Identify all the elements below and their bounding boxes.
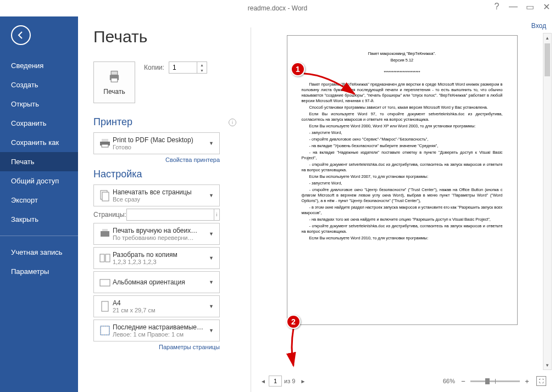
page-number-input[interactable]	[269, 376, 282, 387]
svg-rect-9	[102, 229, 108, 231]
printer-icon	[107, 69, 122, 85]
printer-dropdown[interactable]: Print to PDF (Mac Desktop) Готово ▼	[93, 132, 220, 154]
help-icon[interactable]: ?	[493, 3, 500, 10]
sidebar-item2-1[interactable]: Параметры	[0, 262, 78, 281]
landscape-icon	[97, 276, 113, 288]
setting-dropdown-0[interactable]: Напечатать все страницыВсе сразу▼	[93, 184, 220, 206]
back-button[interactable]	[11, 25, 31, 45]
svg-rect-13	[102, 301, 108, 311]
page-total: из 9	[284, 378, 295, 384]
copies-label: Копии:	[144, 64, 164, 71]
svg-rect-11	[106, 254, 110, 262]
sidebar-item2-0[interactable]: Учетная запись	[0, 243, 78, 262]
page-title: Печать	[93, 27, 247, 46]
chevron-down-icon: ▼	[207, 141, 216, 146]
spin-down-icon[interactable]: ▼	[197, 68, 207, 73]
svg-rect-2	[111, 78, 118, 82]
page-setup-link[interactable]: Параметры страницы	[93, 344, 220, 350]
pages-info-icon[interactable]: i	[214, 209, 220, 221]
sidebar-item-6[interactable]: Общий доступ	[0, 171, 78, 191]
fit-page-button[interactable]: ⛶	[536, 376, 546, 386]
pagesize-icon	[97, 300, 113, 312]
printer-section-title: Принтер i	[93, 116, 247, 128]
copies-spinner[interactable]: ▲▼	[169, 61, 207, 74]
zoom-percent: 66%	[443, 378, 455, 384]
sidebar-item-0[interactable]: Сведения	[0, 56, 78, 75]
copies-input[interactable]	[169, 62, 197, 73]
zoom-slider[interactable]	[470, 380, 520, 382]
print-button[interactable]: Печать	[93, 61, 135, 103]
sidebar-item-7[interactable]: Экспорт	[0, 191, 78, 210]
sidebar-item-1[interactable]: Создать	[0, 75, 78, 94]
svg-rect-10	[100, 254, 104, 262]
chevron-down-icon: ▼	[207, 231, 216, 237]
pages-input[interactable]	[126, 209, 214, 221]
sidebar: СведенияСоздатьОткрытьСохранитьСохранить…	[0, 16, 78, 392]
setting-dropdown-3[interactable]: Альбомная ориентация▼	[93, 271, 220, 293]
chevron-down-icon: ▼	[207, 279, 216, 285]
chevron-down-icon: ▼	[207, 328, 216, 333]
page-preview: Пакет макрокоманд "ВерТеКнижка". Версия …	[287, 35, 518, 325]
svg-rect-1	[111, 71, 118, 75]
close-icon[interactable]: ✕	[543, 3, 550, 10]
annotation-1: 1	[291, 62, 305, 76]
sidebar-item-3[interactable]: Сохранить	[0, 114, 78, 133]
sidebar-item-2[interactable]: Открыть	[0, 94, 78, 114]
printer-properties-link[interactable]: Свойства принтера	[93, 156, 220, 163]
titlebar: readme.docx - Word ? — ▭ ✕	[0, 0, 555, 16]
setting-dropdown-4[interactable]: A421 см x 29,7 см▼	[93, 295, 220, 317]
restore-icon[interactable]: ▭	[526, 3, 533, 10]
window-title: readme.docx - Word	[248, 4, 308, 12]
chevron-down-icon: ▼	[207, 193, 216, 198]
svg-rect-8	[101, 231, 109, 237]
sidebar-item-4[interactable]: Сохранить как	[0, 133, 78, 152]
pages-label: Страницы:	[93, 211, 126, 219]
setting-dropdown-5[interactable]: Последние настраиваемые…Левое: 1 см Прав…	[93, 320, 220, 341]
annotation-2: 2	[286, 315, 301, 329]
sidebar-item-8[interactable]: Закрыть	[0, 210, 78, 229]
scroll-down-icon[interactable]: ▼	[543, 361, 551, 369]
chevron-down-icon: ▼	[207, 304, 216, 309]
svg-rect-12	[100, 279, 110, 286]
collate-icon	[97, 252, 113, 264]
scroll-thumb[interactable]	[545, 43, 550, 76]
print-options: Печать Печать Копии: ▲▼ П	[93, 27, 247, 392]
printer-device-icon	[97, 138, 113, 148]
settings-section-title: Настройка	[93, 169, 247, 180]
vertical-divider	[251, 27, 251, 392]
svg-rect-5	[102, 144, 108, 147]
zoom-in-button[interactable]: +	[522, 376, 532, 386]
printer-name: Print to PDF (Mac Desktop)	[113, 136, 207, 144]
chevron-down-icon: ▼	[207, 255, 216, 261]
scrollbar-vertical[interactable]: ▲ ▼	[543, 33, 552, 370]
info-icon[interactable]: i	[229, 119, 236, 126]
print-button-label: Печать	[103, 88, 125, 96]
print-preview: ▲ ▼ Пакет макрокоманд "ВерТеКнижка". Вер…	[252, 27, 555, 392]
duplex-icon	[97, 228, 113, 240]
setting-dropdown-2[interactable]: Разобрать по копиям1,2,3 1,2,3 1,2,3▼	[93, 247, 220, 269]
pages-icon	[97, 189, 113, 201]
setting-dropdown-1[interactable]: Печать вручную на обеих…По требованию пе…	[93, 223, 220, 245]
scroll-up-icon[interactable]: ▲	[543, 33, 551, 42]
zoom-out-button[interactable]: −	[458, 376, 468, 386]
next-page-button[interactable]: ►	[297, 376, 308, 387]
margins-icon	[97, 324, 113, 337]
svg-rect-7	[102, 192, 109, 201]
spin-up-icon[interactable]: ▲	[197, 62, 207, 68]
printer-status: Готово	[113, 144, 207, 150]
prev-page-button[interactable]: ◄	[258, 376, 269, 387]
minimize-icon[interactable]: —	[510, 3, 517, 10]
svg-rect-14	[101, 326, 109, 335]
svg-rect-4	[102, 139, 108, 142]
sidebar-item-5[interactable]: Печать	[0, 152, 78, 171]
